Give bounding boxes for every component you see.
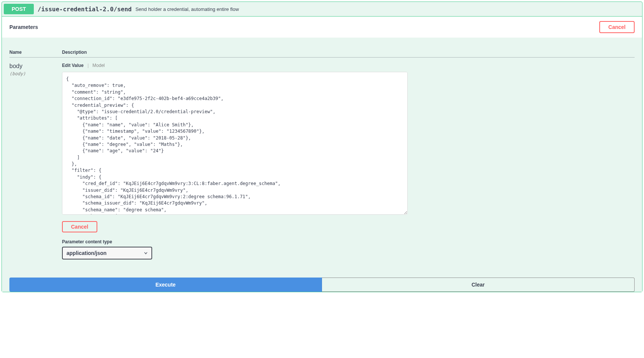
- body-textarea[interactable]: [62, 72, 408, 215]
- body-tabs: Edit Value Model: [62, 63, 635, 68]
- operation-summary[interactable]: POST /issue-credential-2.0/send Send hol…: [2, 2, 642, 17]
- operation-body: Parameters Cancel Name Description body …: [2, 17, 642, 292]
- endpoint-path: /issue-credential-2.0/send: [34, 6, 135, 13]
- endpoint-description: Send holder a credential, automating ent…: [135, 6, 640, 12]
- parameters-header: Parameters Cancel: [2, 17, 642, 38]
- col-header-name: Name: [9, 45, 62, 58]
- parameters-section: Name Description body (body) Edit Value: [2, 38, 642, 271]
- content-type-select-wrap: application/json: [62, 247, 152, 259]
- execute-button[interactable]: Execute: [9, 278, 322, 292]
- http-method-badge: POST: [4, 4, 34, 14]
- param-in: (body): [9, 71, 62, 76]
- operation-block: POST /issue-credential-2.0/send Send hol…: [2, 2, 642, 292]
- tab-edit-value[interactable]: Edit Value: [62, 63, 83, 68]
- tab-separator: [88, 64, 88, 68]
- param-name: body: [9, 63, 62, 70]
- content-type-select[interactable]: application/json: [62, 247, 152, 259]
- tab-model[interactable]: Model: [92, 63, 105, 68]
- try-it-out-cancel-button[interactable]: Cancel: [599, 21, 635, 33]
- clear-button[interactable]: Clear: [322, 278, 635, 292]
- table-row: body (body) Edit Value Model Canc: [9, 58, 635, 264]
- actions-row: Execute Clear: [2, 271, 642, 292]
- content-type-label: Parameter content type: [62, 239, 635, 244]
- parameters-table: Name Description body (body) Edit Value: [9, 45, 635, 263]
- parameters-title: Parameters: [9, 24, 38, 30]
- col-header-description: Description: [62, 45, 635, 58]
- body-cancel-button[interactable]: Cancel: [62, 221, 97, 232]
